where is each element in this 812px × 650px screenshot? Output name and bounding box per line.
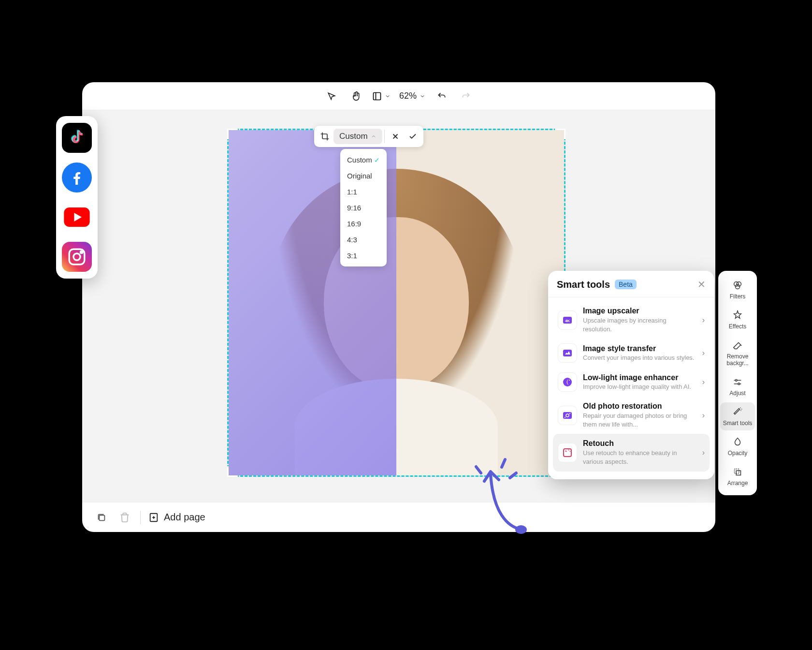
check-icon: ✓ — [374, 156, 380, 164]
svg-point-24 — [563, 378, 572, 386]
svg-point-16 — [735, 380, 737, 382]
add-page-button[interactable]: Add page — [148, 512, 205, 523]
crop-toolbar: Custom — [314, 126, 423, 147]
ratio-option-3-1[interactable]: 3:1 — [340, 248, 387, 264]
right-sidebar: Filters Effects Remove backgr... Adjust … — [718, 271, 757, 495]
hand-tool[interactable] — [348, 89, 363, 104]
portrait-image — [229, 130, 564, 475]
svg-text:4K: 4K — [565, 319, 570, 323]
svg-rect-28 — [564, 449, 571, 457]
ratio-option-original[interactable]: Original — [340, 168, 387, 184]
smart-item-style-transfer[interactable]: Image style transfer Convert your images… — [553, 339, 710, 368]
svg-point-10 — [73, 253, 80, 260]
low-light-icon — [558, 372, 577, 392]
chevron-right-icon: › — [702, 316, 705, 325]
svg-point-18 — [738, 383, 740, 385]
magic-wand-icon — [732, 406, 743, 418]
instagram-icon[interactable] — [62, 242, 92, 272]
pages-button[interactable] — [94, 510, 109, 525]
smart-panel-title: Smart tools — [557, 279, 610, 290]
undo-button[interactable] — [434, 89, 450, 104]
svg-point-11 — [81, 251, 83, 253]
facebook-icon[interactable] — [62, 162, 92, 192]
upscaler-icon: 4K — [558, 310, 577, 330]
crop-confirm[interactable] — [404, 128, 421, 145]
eraser-icon — [732, 340, 743, 351]
crop-frame[interactable] — [227, 129, 566, 477]
pointer-tool[interactable] — [324, 89, 339, 104]
svg-point-25 — [569, 380, 570, 381]
arrange-tool[interactable]: Arrange — [720, 462, 755, 490]
style-transfer-icon — [558, 343, 577, 363]
ratio-option-1-1[interactable]: 1:1 — [340, 184, 387, 200]
effects-tool[interactable]: Effects — [720, 306, 755, 334]
ratio-option-4-3[interactable]: 4:3 — [340, 232, 387, 248]
svg-rect-4 — [99, 515, 104, 520]
svg-rect-0 — [373, 92, 380, 100]
ratio-option-9-16[interactable]: 9:16 — [340, 200, 387, 216]
top-toolbar: 62% — [82, 82, 715, 110]
chevron-right-icon: › — [702, 378, 705, 386]
divider — [384, 130, 385, 143]
divider — [140, 511, 141, 524]
svg-rect-19 — [735, 469, 739, 473]
filters-tool[interactable]: Filters — [720, 276, 755, 304]
svg-rect-26 — [563, 412, 572, 419]
retouch-icon — [558, 443, 577, 462]
ratio-option-16-9[interactable]: 16:9 — [340, 216, 387, 232]
smart-item-retouch[interactable]: Retouch Use retouch to enhance beauty in… — [553, 434, 710, 471]
crop-icon[interactable] — [316, 128, 334, 145]
ratio-option-custom[interactable]: Custom ✓ — [340, 152, 387, 168]
chevron-right-icon: › — [702, 411, 705, 420]
svg-rect-23 — [563, 350, 572, 356]
adjust-icon — [732, 376, 743, 388]
remove-bg-tool[interactable]: Remove backgr... — [720, 336, 755, 370]
crop-ratio-label: Custom — [339, 132, 368, 141]
effects-icon — [732, 310, 743, 321]
redo-button[interactable] — [458, 89, 474, 104]
zoom-control[interactable]: 62% — [399, 91, 425, 101]
svg-rect-20 — [736, 471, 740, 475]
svg-point-13 — [737, 282, 741, 286]
crop-handle-tl[interactable] — [227, 129, 238, 139]
zoom-value: 62% — [399, 91, 417, 101]
smart-tools-list: 4K Image upscaler Upscale images by incr… — [548, 297, 714, 475]
smart-item-upscaler[interactable]: 4K Image upscaler Upscale images by incr… — [553, 301, 710, 339]
beta-badge: Beta — [615, 280, 637, 289]
delete-button[interactable] — [117, 510, 132, 525]
smart-panel-header: Smart tools Beta ✕ — [548, 279, 714, 297]
ratio-dropdown: Custom ✓ Original 1:1 9:16 16:9 4:3 3:1 — [340, 149, 387, 266]
crop-handle-bl[interactable] — [227, 466, 238, 477]
smart-item-old-photo[interactable]: Old photo restoration Repair your damage… — [553, 397, 710, 434]
crop-cancel[interactable] — [387, 128, 404, 145]
close-icon[interactable]: ✕ — [697, 279, 706, 290]
crop-ratio-dropdown[interactable]: Custom — [334, 129, 382, 144]
youtube-icon[interactable] — [62, 202, 92, 232]
opacity-tool[interactable]: Opacity — [720, 432, 755, 460]
chevron-right-icon: › — [702, 448, 705, 457]
smart-tools-panel: Smart tools Beta ✕ 4K Image upscaler Ups… — [548, 271, 714, 479]
social-sidebar — [56, 116, 98, 279]
tiktok-icon[interactable] — [62, 123, 92, 153]
smart-item-low-light[interactable]: Low-light image enhancer Improve low-lig… — [553, 368, 710, 397]
arrange-icon — [732, 466, 743, 478]
layout-tool-group[interactable] — [372, 91, 391, 101]
filters-icon — [732, 280, 743, 291]
adjust-tool[interactable]: Adjust — [720, 372, 755, 400]
bottom-bar: Add page — [82, 502, 715, 532]
smart-tools-tool[interactable]: Smart tools — [720, 402, 755, 430]
old-photo-icon — [558, 406, 577, 425]
svg-point-14 — [735, 284, 740, 289]
opacity-icon — [732, 436, 743, 448]
chevron-right-icon: › — [702, 349, 705, 357]
add-page-label: Add page — [164, 512, 205, 523]
crop-handle-tr[interactable] — [555, 129, 566, 139]
